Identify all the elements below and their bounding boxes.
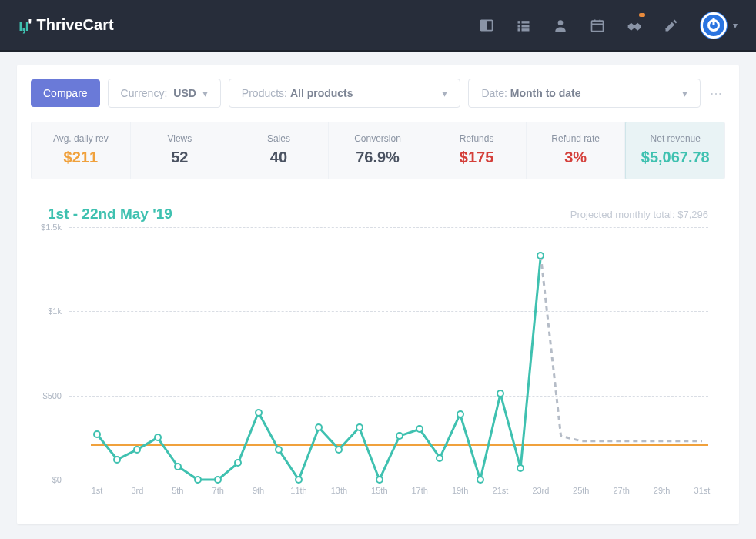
svg-rect-3 [522,21,530,23]
chart-title: 1st - 22nd May '19 [48,206,172,223]
date-value: Month to date [510,87,581,99]
x-tick-label: 13th [331,486,347,495]
stat-label: Sales [234,133,323,144]
stat-value: 52 [135,149,225,166]
stat-tile[interactable]: Views52 [131,122,230,179]
chevron-down-icon: ▾ [682,87,687,99]
stat-label: Avg. daily rev [36,133,125,144]
edit-icon[interactable] [664,18,679,33]
topbar: ı,ı' ThriveCart ▾ [0,0,756,52]
date-label: Date: [481,87,507,99]
stat-tile[interactable]: Conversion76.9% [329,122,428,179]
brand-bars-icon: ı,ı' [18,15,31,35]
user-icon[interactable] [553,18,568,33]
data-point[interactable] [275,446,283,454]
svg-rect-5 [522,25,530,27]
x-tick-label: 31st [694,486,711,495]
compare-button[interactable]: Compare [31,79,100,107]
chevron-down-icon: ▾ [202,87,208,99]
x-tick-label: 7th [212,486,224,495]
date-selector[interactable]: Date: Month to date ▾ [468,79,701,108]
data-point[interactable] [517,464,524,472]
data-point[interactable] [93,430,101,438]
data-point[interactable] [113,456,121,464]
y-tick-label: $0 [35,475,66,484]
x-tick-label: 15th [371,486,387,495]
filter-bar: Compare Currency: USD ▾ Products: All pr… [31,79,725,108]
stat-tile[interactable]: Refunds$175 [427,122,527,179]
stat-label: Conversion [333,133,423,144]
dashboard-icon[interactable] [479,18,494,33]
currency-label: Currency: [121,87,168,99]
chart-panel: 1st - 22nd May '19 Projected monthly tot… [31,192,725,517]
y-tick-label: $1.5k [35,223,66,232]
stat-tile[interactable]: Avg. daily rev$211 [32,122,131,179]
handshake-icon[interactable] [627,18,642,33]
svg-rect-6 [518,28,520,31]
x-tick-label: 27th [613,486,629,495]
x-tick-label: 23rd [532,486,549,495]
x-axis: 1st3rd5th7th9th11th13th15th17th19th21st2… [91,480,708,512]
data-point[interactable] [436,454,443,462]
x-tick-label: 19th [452,486,468,495]
stat-tile[interactable]: Sales40 [229,122,329,179]
chevron-down-icon: ▾ [442,87,447,99]
svg-rect-1 [481,20,487,30]
more-menu[interactable]: ⋯ [708,86,725,101]
x-tick-label: 3rd [131,486,143,495]
stat-value: 40 [234,149,323,166]
stats-row: Avg. daily rev$211Views52Sales40Conversi… [31,122,725,179]
data-point[interactable] [457,410,464,418]
x-tick-label: 1st [92,486,103,495]
svg-rect-9 [592,21,604,31]
data-point[interactable] [154,434,162,441]
stat-label: Views [135,133,225,144]
series-actual [97,256,540,480]
stat-tile[interactable]: Net revenue$5,067.78 [625,122,725,179]
power-menu[interactable]: ▾ [701,12,738,38]
svg-point-8 [558,20,564,25]
data-point[interactable] [255,409,263,417]
stat-label: Refund rate [531,133,621,144]
stat-tile[interactable]: Refund rate3% [527,122,626,179]
notification-dot-icon [639,13,645,17]
x-tick-label: 29th [654,486,670,495]
chart-projected-label: Projected monthly total: $7,296 [570,209,708,220]
list-icon[interactable] [516,18,531,33]
data-point[interactable] [356,424,363,431]
x-tick-label: 5th [172,486,183,495]
stat-value: $5,067.78 [631,149,720,166]
products-label: Products: [242,87,287,99]
stat-value: 76.9% [333,149,423,166]
stat-value: $175 [432,149,521,166]
calendar-icon[interactable] [590,18,605,33]
data-point[interactable] [174,463,182,470]
currency-value: USD [173,87,196,99]
stat-label: Refunds [432,133,521,144]
x-tick-label: 21st [493,486,509,495]
chart-header: 1st - 22nd May '19 Projected monthly tot… [35,206,721,227]
svg-rect-2 [518,21,520,23]
brand-name: ThriveCart [37,16,114,34]
products-selector[interactable]: Products: All products ▾ [229,79,461,108]
y-tick-label: $1k [35,306,66,316]
x-tick-label: 11th [290,486,306,495]
x-tick-label: 17th [411,486,427,495]
svg-rect-7 [522,28,530,31]
logo: ı,ı' ThriveCart [18,15,114,35]
main: Compare Currency: USD ▾ Products: All pr… [0,52,756,537]
data-point[interactable] [335,446,343,454]
stat-value: 3% [531,149,621,166]
power-icon [701,12,727,38]
y-tick-label: $500 [35,391,66,400]
products-value: All products [290,87,353,99]
svg-rect-4 [518,25,520,27]
x-tick-label: 25th [573,486,589,495]
stat-value: $211 [36,149,125,166]
dashboard-card: Compare Currency: USD ▾ Products: All pr… [17,65,739,524]
plot-area [91,227,708,480]
series-projected [540,256,702,441]
currency-selector[interactable]: Currency: USD ▾ [108,79,221,108]
line-chart: $0$500$1k$1.5k1st3rd5th7th9th11th13th15t… [35,227,721,512]
nav-icons: ▾ [479,12,738,38]
